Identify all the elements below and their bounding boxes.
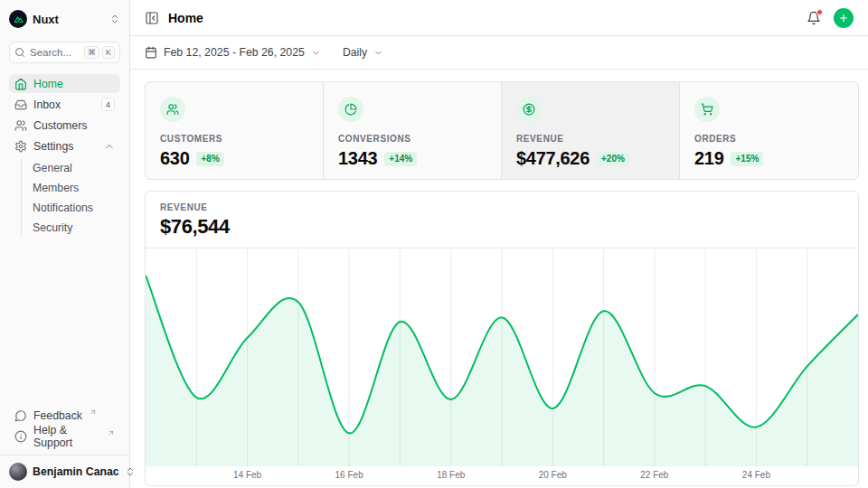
panel-left-close-icon[interactable] [145,11,159,25]
x-axis-tick: 16 Feb [335,470,363,480]
stat-value: 219 [694,148,723,169]
chevrons-up-down-icon [109,14,120,24]
users-icon-badge [160,97,185,122]
home-icon [14,78,27,90]
area-chart-svg [146,249,858,466]
chart-pie-icon-badge [338,97,363,122]
inbox-icon [14,99,27,111]
stat-label: ORDERS [694,134,844,144]
period-select[interactable]: Daily [343,46,383,59]
plus-icon [838,13,849,23]
stat-delta-badge: +14% [384,152,417,166]
stat-value-row: 219+15% [694,148,844,169]
revenue-area-chart[interactable] [146,249,858,466]
stat-value-row: 1343+14% [338,148,486,169]
stat-card-orders[interactable]: ORDERS219+15% [680,82,858,179]
inbox-count-badge: 4 [101,98,115,111]
period-value: Daily [343,46,367,59]
sidebar-spacer [9,239,120,406]
search-placeholder: Search... [30,47,71,58]
sidebar-item-home[interactable]: Home [9,74,120,93]
sidebar-item-label: Home [33,78,63,90]
stat-delta-badge: +15% [731,152,763,166]
user-name: Benjamin Canac [33,465,119,478]
message-circle-icon [14,409,27,422]
x-axis-tick: 14 Feb [233,470,261,480]
chart-header: REVENUE $76,544 [146,192,858,249]
users-icon [14,119,27,132]
search-icon [14,47,25,58]
search-shortcut: ⌘ K [84,46,115,59]
main-area: Home Feb 12, 2025 - Feb 26, 2025 Daily C… [130,0,868,488]
stat-value-row: 630+8% [160,148,308,169]
chevron-down-icon [311,48,321,58]
chart-metric-label: REVENUE [160,202,844,212]
sidebar-item-label: Settings [33,140,73,153]
sidebar-subitem-security[interactable]: Security [22,218,120,237]
circle-dollar-icon-badge [516,97,542,122]
notification-dot [816,9,823,15]
workspace-selector[interactable]: Nuxt [9,9,120,29]
revenue-chart-card: REVENUE $76,544 14 Feb16 Feb18 Feb20 Feb… [145,191,859,486]
stat-card-conversions[interactable]: CONVERSIONS1343+14% [324,82,502,179]
sidebar-subitem-notifications[interactable]: Notifications [22,198,120,217]
sidebar: Nuxt Search... ⌘ K HomeInbox4CustomersSe… [0,0,130,488]
sidebar-footer-nav: FeedbackHelp & Support [9,406,120,447]
search-input[interactable]: Search... ⌘ K [9,42,120,63]
chevron-down-icon [373,48,383,58]
sidebar-subitem-general[interactable]: General [22,158,120,177]
chart-x-axis: 14 Feb16 Feb18 Feb20 Feb22 Feb24 Feb [146,466,858,485]
sidebar-item-settings[interactable]: Settings [9,136,120,155]
x-axis-tick: 22 Feb [640,470,668,480]
calendar-icon [145,46,157,59]
arrow-up-right-icon [90,408,97,416]
sidebar-item-feedback[interactable]: Feedback [9,406,120,425]
settings-submenu: GeneralMembersNotificationsSecurity [21,158,120,238]
stats-grid: CUSTOMERS630+8%CONVERSIONS1343+14%REVENU… [145,81,859,180]
filters-toolbar: Feb 12, 2025 - Feb 26, 2025 Daily [130,36,868,70]
stat-card-customers[interactable]: CUSTOMERS630+8% [146,82,324,179]
page-title: Home [168,11,203,25]
stat-value: 1343 [338,148,377,169]
workspace-name: Nuxt [33,13,59,26]
date-range-picker[interactable]: Feb 12, 2025 - Feb 26, 2025 [145,46,321,59]
cart-icon [701,103,713,116]
sidebar-item-customers[interactable]: Customers [9,116,120,135]
sidebar-item-help-support[interactable]: Help & Support [9,427,120,446]
page-header: Home [130,0,868,36]
stat-label: CUSTOMERS [160,134,308,144]
stat-value-row: $477,626+20% [516,148,665,169]
sidebar-item-label: Feedback [33,409,82,422]
stat-label: CONVERSIONS [338,134,486,144]
user-avatar [9,463,27,481]
sidebar-item-label: Help & Support [33,424,100,449]
settings-icon [14,140,27,153]
stat-value: 630 [160,148,189,169]
dashboard-content: CUSTOMERS630+8%CONVERSIONS1343+14%REVENU… [130,70,868,488]
x-axis-tick: 24 Feb [742,470,770,480]
stat-delta-badge: +20% [597,152,629,166]
x-axis-tick: 20 Feb [539,470,567,480]
nuxt-logo-icon [9,10,27,28]
sidebar-item-label: Inbox [33,99,61,111]
sidebar-nav: HomeInbox4CustomersSettingsGeneralMember… [9,74,120,239]
info-icon [14,430,27,443]
sidebar-item-label: Customers [33,119,87,132]
stat-delta-badge: +8% [196,152,223,166]
stat-label: REVENUE [516,134,665,144]
cart-icon-badge [694,97,720,122]
arrow-up-right-icon [108,429,115,436]
user-menu[interactable]: Benjamin Canac [0,455,129,483]
stat-value: $477,626 [516,148,590,169]
add-new-button[interactable] [834,8,854,28]
chart-metric-value: $76,544 [160,215,844,239]
notifications-button[interactable] [807,11,821,25]
stat-card-revenue[interactable]: REVENUE$477,626+20% [502,82,680,179]
sidebar-item-inbox[interactable]: Inbox4 [9,95,120,114]
x-axis-tick: 18 Feb [437,470,465,480]
date-range-value: Feb 12, 2025 - Feb 26, 2025 [164,46,305,59]
chevron-up-icon [104,141,115,152]
chart-pie-icon [344,103,357,116]
sidebar-subitem-members[interactable]: Members [22,178,120,197]
users-icon [166,103,179,116]
